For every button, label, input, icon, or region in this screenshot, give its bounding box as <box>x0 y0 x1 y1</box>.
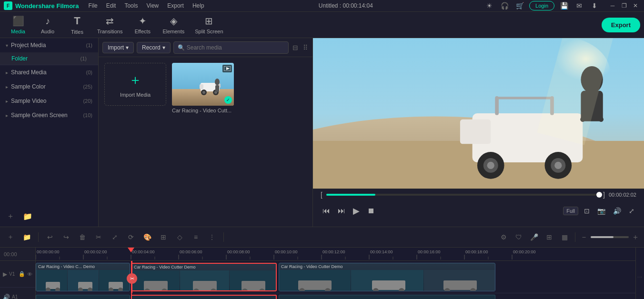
audio-adjust-button[interactable]: ≡ <box>189 230 202 244</box>
zoom-selector[interactable]: Full <box>563 207 578 215</box>
snapshot-icon[interactable]: 📷 <box>595 205 607 217</box>
media-thumb-car-racing[interactable]: ✓ Car Racing - Video Cutt... <box>172 63 234 113</box>
settings-button[interactable]: ⚙ <box>497 230 510 244</box>
undo-button[interactable]: ↩ <box>43 230 57 244</box>
svg-rect-18 <box>460 120 491 144</box>
import-media-placeholder[interactable]: ＋ Import Media <box>104 63 166 106</box>
mail-icon[interactable]: ✉ <box>574 0 585 11</box>
media-icons: ⊟ ⠿ <box>292 43 309 52</box>
menu-help[interactable]: Help <box>189 1 208 10</box>
next-frame-button[interactable]: ⏭ <box>336 205 347 217</box>
timeline-ruler[interactable]: 00:00:00:00 00:00:02:00 00:00:04:00 00:0… <box>36 248 635 261</box>
sidebar-item-shared-media[interactable]: ▸ Shared Media (0) <box>0 65 98 80</box>
folder-button[interactable]: 📁 <box>21 209 34 223</box>
video-clip-2[interactable]: Car Racing - Video Cutter Demo <box>131 263 277 291</box>
shield-button[interactable]: 🛡 <box>512 230 525 244</box>
out-point-bracket[interactable]: ] <box>603 191 605 199</box>
menu-tools[interactable]: Tools <box>121 1 141 10</box>
toolbar-effects[interactable]: ✦ Effects <box>128 12 157 37</box>
transitions-icon: ⇄ <box>106 15 114 27</box>
menu-view[interactable]: View <box>142 1 162 10</box>
zoom-in-button[interactable]: ＋ <box>631 232 640 242</box>
menu-file[interactable]: File <box>84 1 101 10</box>
toolbar-split-screen[interactable]: ⊞ Split Screen <box>190 12 228 37</box>
login-button[interactable]: Login <box>529 1 554 10</box>
sun-icon[interactable]: ☀ <box>483 0 495 11</box>
play-button[interactable]: ▶ <box>351 204 362 218</box>
transform-button[interactable]: ⊞ <box>157 230 170 244</box>
close-button[interactable]: ✕ <box>631 1 640 10</box>
toolbar-transitions[interactable]: ⇄ Transitions <box>92 12 127 37</box>
cut-button[interactable]: ✂ <box>92 230 105 244</box>
preview-progress-thumb <box>596 192 602 198</box>
preview-right-tools: Full ⊡ 📷 🔊 ⤢ <box>563 205 636 217</box>
filter-icon[interactable]: ⊟ <box>292 43 299 52</box>
video-track-label: V1 <box>9 271 15 277</box>
record-button[interactable]: Record ▾ <box>137 42 171 53</box>
toolbar-media[interactable]: ⬛ Media <box>4 12 32 37</box>
video-clip-3[interactable]: Car Racing - Video Cutter Demo <box>279 263 495 291</box>
lock-icon[interactable]: 🔒 <box>19 271 25 277</box>
audio-clip-3[interactable] <box>279 295 495 299</box>
audio-clip-1[interactable] <box>36 295 130 299</box>
toolbar-audio[interactable]: ♪ Audio <box>33 13 62 37</box>
svg-text:00:00:14:00: 00:00:14:00 <box>370 249 393 254</box>
maximize-button[interactable]: ❐ <box>619 1 629 10</box>
audio-icon: ♪ <box>45 16 50 27</box>
new-folder-button[interactable]: ＋ <box>4 209 17 223</box>
waveform-button[interactable]: ⋮ <box>205 230 219 244</box>
track-row-video: Car Racing - Video C... Demo <box>36 261 635 293</box>
prev-frame-button[interactable]: ⏮ <box>321 205 332 217</box>
sidebar-item-sample-color[interactable]: ▸ Sample Color (25) <box>0 80 98 94</box>
export-button[interactable]: Export <box>602 18 640 32</box>
menu-export[interactable]: Export <box>163 1 188 10</box>
timeline-folder-button[interactable]: 📁 <box>20 230 33 244</box>
crop-button[interactable]: ⤢ <box>108 230 121 244</box>
color-button[interactable]: 🎨 <box>141 230 154 244</box>
voiceover-button[interactable]: 🎤 <box>527 230 541 244</box>
app-name: Wondershare Filmora <box>15 2 79 10</box>
media-toolbar: Import ▾ Record ▾ 🔍 ⊟ ⠿ <box>99 38 312 57</box>
in-point-bracket[interactable]: [ <box>321 191 322 199</box>
preview-video-area <box>313 38 644 189</box>
download-icon[interactable]: ⬇ <box>589 0 600 11</box>
eye-icon[interactable]: 👁 <box>27 271 32 277</box>
audio-clip-2[interactable] <box>131 295 277 299</box>
svg-text:00:00:18:00: 00:00:18:00 <box>465 249 488 254</box>
minimize-button[interactable]: ─ <box>608 1 617 10</box>
stabilize-button[interactable]: ◇ <box>173 230 186 244</box>
sidebar-item-folder[interactable]: Folder (1) <box>0 52 98 65</box>
cart-icon[interactable]: 🛒 <box>514 0 525 11</box>
preview-progress-bar[interactable] <box>326 194 599 196</box>
sample-green-screen-label: Sample Green Screen <box>11 112 68 119</box>
video-clip-1[interactable]: Car Racing - Video C... Demo <box>36 263 130 291</box>
redo-button[interactable]: ↪ <box>60 230 73 244</box>
zoom-out-button[interactable]: － <box>579 232 589 242</box>
new-sequence-button[interactable]: ＋ <box>4 230 17 244</box>
fullscreen-icon[interactable]: ⤢ <box>627 205 636 217</box>
sidebar-item-project-media[interactable]: ▾ Project Media (1) <box>0 38 98 52</box>
headset-icon[interactable]: 🎧 <box>499 0 510 11</box>
pip-icon[interactable]: ⊡ <box>582 205 592 217</box>
volume-icon[interactable]: 🔊 <box>611 205 623 217</box>
ruler-marks: 00:00:00:00 00:00:02:00 00:00:04:00 00:0… <box>36 248 635 260</box>
track-toggle-button[interactable]: ▦ <box>558 230 571 244</box>
delete-button[interactable]: 🗑 <box>76 230 89 244</box>
save-icon[interactable]: 💾 <box>558 0 570 11</box>
sidebar-item-sample-green-screen[interactable]: ▸ Sample Green Screen (10) <box>0 108 98 122</box>
toolbar-elements[interactable]: ◈ Elements <box>158 12 189 37</box>
toolbar-titles[interactable]: T Titles <box>63 12 91 38</box>
search-input[interactable] <box>187 44 284 51</box>
menu-edit[interactable]: Edit <box>102 1 120 10</box>
speed-button[interactable]: ⟳ <box>124 230 138 244</box>
sample-green-screen-count: (10) <box>83 112 92 118</box>
grid-view-icon[interactable]: ⠿ <box>302 43 309 52</box>
timeline-toolbar: ＋ 📁 ↩ ↪ 🗑 ✂ ⤢ ⟳ 🎨 ⊞ ◇ ≡ ⋮ ⚙ 🛡 🎤 ⊞ ▦ － <box>0 227 644 248</box>
window-controls: ─ ❐ ✕ <box>608 1 640 10</box>
import-button[interactable]: Import ▾ <box>102 42 134 53</box>
sidebar-item-sample-video[interactable]: ▸ Sample Video (20) <box>0 94 98 108</box>
zoom-slider[interactable] <box>591 236 629 238</box>
track-insert-button[interactable]: ⊞ <box>543 230 556 244</box>
track-row-audio <box>36 293 635 299</box>
stop-button[interactable]: ⏹ <box>365 205 377 217</box>
